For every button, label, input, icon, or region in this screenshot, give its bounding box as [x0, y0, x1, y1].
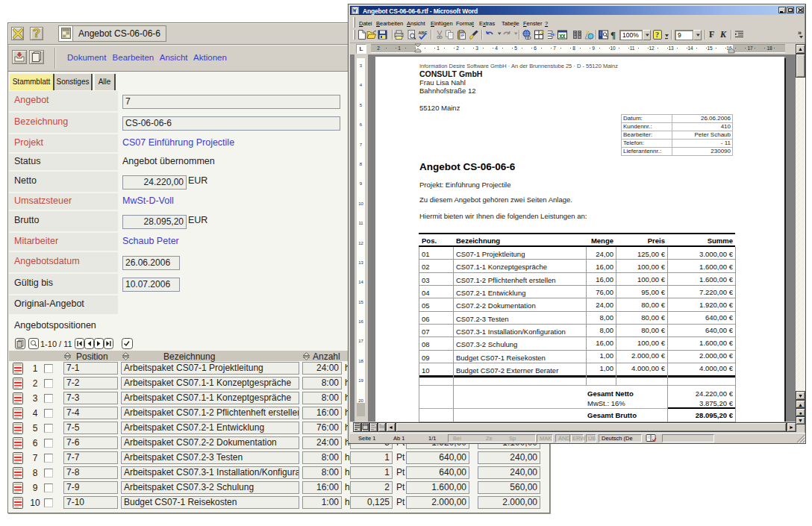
svg-text:?: ?	[655, 31, 659, 39]
